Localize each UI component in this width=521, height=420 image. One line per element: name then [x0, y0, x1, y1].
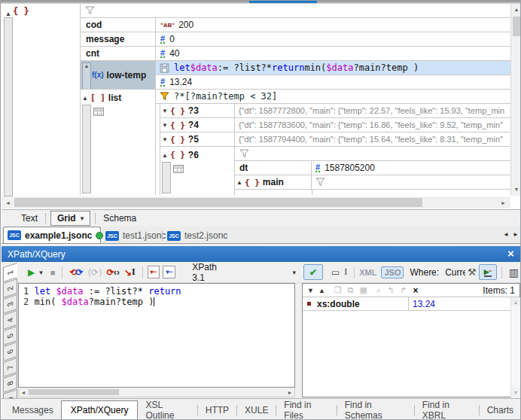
grid-key-cell[interactable]: ▼ { } ?5: [160, 132, 235, 147]
restart-icon[interactable]: ⟳‹›: [105, 265, 122, 279]
tab-scroll-left-icon[interactable]: ◄: [503, 231, 509, 238]
clear-results-icon[interactable]: ×: [413, 285, 419, 296]
collapse-icon[interactable]: ▲: [236, 179, 242, 186]
grid-key-cell-item6[interactable]: ▲ { } ?6: [160, 147, 235, 195]
tracepoint-dropdown-icon[interactable]: ▾╌: [163, 266, 175, 278]
xpath-version-select[interactable]: XPath 3.1: [192, 262, 227, 283]
reload-icon[interactable]: ⟲⟳: [67, 265, 85, 279]
tab-find-in-xbrl[interactable]: Find in XBRL: [415, 400, 479, 420]
scroll-right-button[interactable]: ►: [285, 388, 294, 397]
grid-key-cell[interactable]: ▼ { } ?3: [160, 104, 235, 118]
key-label: message: [86, 34, 124, 44]
scroll-down-button[interactable]: ▼: [511, 184, 521, 195]
root-filter-row[interactable]: [80, 4, 511, 18]
row-grip[interactable]: ▲: [82, 62, 91, 90]
grid-key-cell[interactable]: ▲ { } main: [235, 175, 312, 190]
row-grip[interactable]: [162, 162, 171, 193]
tools-icon[interactable]: ⚒: [465, 265, 479, 279]
grid-preview-cell[interactable]: {"dt": 1587794400, "main": {"temp": 15.6…: [235, 132, 511, 147]
xquery-editor[interactable]: 1 let $data := ?list?* return 2 min( $da…: [18, 283, 295, 388]
tab-grid-view[interactable]: Grid ▾: [50, 211, 90, 226]
tab-xule[interactable]: XULE: [237, 405, 276, 415]
grid-key-cell[interactable]: cod: [80, 18, 156, 32]
column-divider[interactable]: [408, 297, 409, 311]
main-filter-row[interactable]: [312, 175, 511, 190]
tab-schema-view[interactable]: Schema: [96, 213, 144, 224]
goto-icon[interactable]: ↘I: [122, 265, 138, 279]
expand-icon[interactable]: ▼: [162, 136, 168, 143]
formula-cell[interactable]: let $data := ?list?* return min( $data?m…: [156, 61, 511, 75]
stop-button[interactable]: ■: [48, 265, 58, 279]
scroll-thumb[interactable]: [14, 198, 422, 207]
grid-key-cell-lowtemp[interactable]: ▲ f(x) low-temp: [80, 61, 156, 90]
json-mode-toggle[interactable]: JSO: [381, 266, 404, 278]
tab-charts[interactable]: Charts: [480, 405, 521, 415]
root-row-grip[interactable]: [4, 17, 13, 196]
scroll-left-button[interactable]: ◄: [19, 388, 28, 397]
breakpoint-dropdown-icon[interactable]: ▾╌: [148, 266, 160, 278]
scroll-up-button[interactable]: ▲: [511, 4, 521, 15]
value-text: 1587805200: [324, 163, 375, 173]
grid-value-cell[interactable]: # 40: [156, 47, 511, 61]
grid-key-cell[interactable]: message: [80, 32, 156, 47]
scroll-up-button[interactable]: ▲: [511, 297, 520, 306]
tab-find-in-schemas[interactable]: Find in Schemas: [337, 400, 414, 420]
results-vscrollbar[interactable]: ▲ ▼: [510, 297, 520, 397]
scroll-thumb[interactable]: [513, 17, 520, 36]
tab-messages[interactable]: Messages: [5, 405, 61, 415]
scroll-right-button[interactable]: ►: [498, 196, 509, 208]
editor-hscrollbar[interactable]: ◄ ►: [18, 388, 295, 397]
close-icon[interactable]: ×: [507, 247, 514, 260]
where-scope-select[interactable]: Curre: [445, 267, 465, 278]
grid-value-cell[interactable]: "AB" 200: [156, 18, 511, 32]
grid-hscrollbar[interactable]: ◄ ►: [2, 196, 510, 208]
list-filter-cell[interactable]: ?*[?main?temp < 32]: [156, 90, 511, 104]
xml-mode-toggle[interactable]: XML: [359, 268, 376, 277]
tab-find-in-files[interactable]: Find in Files: [276, 400, 336, 420]
grid-value-cell[interactable]: # 0: [156, 32, 511, 47]
scroll-down-button[interactable]: ▼: [511, 388, 520, 397]
collapse-icon[interactable]: ▲: [84, 63, 90, 89]
tab-scroll-right-icon[interactable]: ►: [513, 231, 519, 238]
result-row[interactable]: xs:double 13.24: [303, 297, 510, 311]
formula-result-cell[interactable]: # 13.24: [156, 75, 511, 90]
collapse-icon[interactable]: ▲: [5, 11, 11, 17]
tab-xsl-outline[interactable]: XSL Outline: [138, 400, 197, 420]
scroll-thumb[interactable]: [29, 389, 119, 395]
item6-filter-row[interactable]: [235, 147, 511, 161]
expand-icon[interactable]: ▼: [162, 122, 168, 129]
evaluate-dropdown-icon[interactable]: ▾: [37, 265, 45, 279]
scroll-left-button[interactable]: ◄: [2, 196, 14, 208]
prev-result-icon[interactable]: ▲: [318, 287, 325, 294]
grid-value-cell[interactable]: # 1587805200: [312, 161, 511, 175]
validate-button[interactable]: ✔: [303, 264, 323, 280]
evaluate-on-typing-button[interactable]: ▶′′: [479, 264, 497, 280]
version-dropdown-icon[interactable]: ▾: [293, 269, 297, 276]
table-view-icon[interactable]: [93, 108, 104, 116]
xpath-panel-titlebar[interactable]: XPath/XQuery ×: [2, 246, 521, 262]
row-grip[interactable]: [82, 105, 91, 193]
grid-preview-cell[interactable]: {"dt": 1587783600, "main": {"temp": 16.8…: [235, 118, 511, 132]
text-cursor-icon[interactable]: I: [342, 265, 349, 279]
window-mode-icon[interactable]: ▭: [329, 265, 342, 279]
layout-icon[interactable]: ▥: [507, 265, 521, 279]
evaluate-button[interactable]: ▶: [26, 265, 37, 279]
scroll-right-icon: ►: [501, 200, 506, 205]
grid-vscrollbar[interactable]: ▲ ▼: [510, 4, 521, 196]
expand-icon[interactable]: ▼: [162, 108, 168, 114]
grid-preview-cell[interactable]: {"dt": 1587772800, "main": {"temp": 22.5…: [235, 104, 511, 118]
grid-key-cell[interactable]: dt: [235, 161, 312, 175]
file-tab[interactable]: JSC test1.jsonc: [105, 229, 166, 242]
file-tab[interactable]: JSC test2.jsonc: [167, 229, 227, 242]
grid-key-cell-list[interactable]: ▲ [ ] list: [80, 90, 156, 195]
tab-xpath-xquery-active[interactable]: XPath/XQuery: [61, 400, 139, 419]
table-view-icon[interactable]: [173, 165, 184, 173]
collapse-icon[interactable]: ▲: [82, 95, 88, 102]
collapse-icon[interactable]: ▲: [162, 152, 168, 159]
file-tab-active[interactable]: JSC example1.jsonc: [3, 227, 101, 243]
grid-key-cell[interactable]: ▼ { } ?4: [160, 118, 235, 132]
next-result-icon[interactable]: ▼: [307, 287, 314, 294]
grid-key-cell[interactable]: cnt: [80, 47, 156, 61]
tab-http[interactable]: HTTP: [198, 405, 236, 415]
tab-text-view[interactable]: Text: [14, 213, 45, 224]
